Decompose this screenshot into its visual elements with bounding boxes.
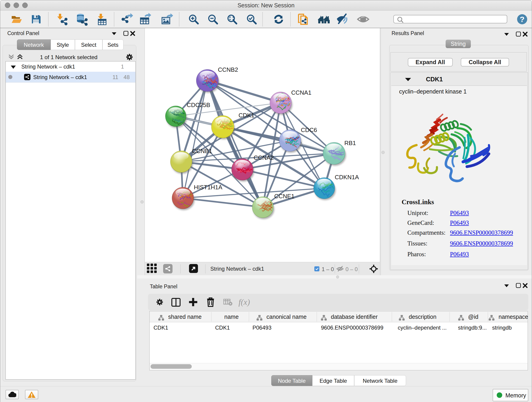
svg-text:CDK1: CDK1	[239, 112, 254, 119]
svg-text:CDKN1A: CDKN1A	[335, 174, 359, 181]
svg-text:CCNA2: CCNA2	[254, 154, 274, 161]
svg-text:RB1: RB1	[344, 140, 356, 147]
svg-text:HIST1H1A: HIST1H1A	[194, 184, 222, 191]
svg-text:CCNB2: CCNB2	[218, 66, 238, 73]
svg-text:CCNE1: CCNE1	[274, 193, 294, 200]
svg-text:CCNA1: CCNA1	[291, 89, 311, 96]
svg-text:CDC6: CDC6	[301, 127, 317, 133]
svg-text:CDC25B: CDC25B	[187, 102, 210, 108]
svg-text:CCNB1: CCNB1	[192, 148, 212, 154]
